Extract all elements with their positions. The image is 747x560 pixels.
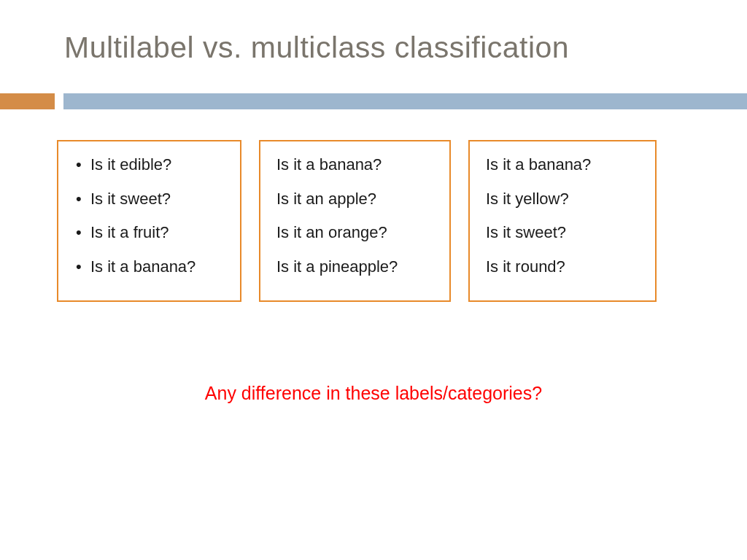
boxes-row: Is it edible? Is it sweet? Is it a fruit… xyxy=(57,140,657,302)
box-right-list: Is it a banana? Is it yellow? Is it swee… xyxy=(486,155,639,277)
box-middle-list: Is it a banana? Is it an apple? Is it an… xyxy=(276,155,433,277)
list-item: Is it an orange? xyxy=(276,222,433,244)
box-left-list: Is it edible? Is it sweet? Is it a fruit… xyxy=(74,155,224,277)
accent-band-blue xyxy=(63,93,747,109)
list-item: Is it edible? xyxy=(74,155,224,176)
box-left: Is it edible? Is it sweet? Is it a fruit… xyxy=(57,140,241,302)
list-item: Is it an apple? xyxy=(276,189,433,210)
slide-title: Multilabel vs. multiclass classification xyxy=(64,31,569,65)
question-text: Any difference in these labels/categorie… xyxy=(0,383,747,404)
list-item: Is it a banana? xyxy=(74,257,224,278)
list-item: Is it a pineapple? xyxy=(276,257,433,278)
list-item: Is it a banana? xyxy=(486,155,639,176)
list-item: Is it yellow? xyxy=(486,189,639,210)
box-middle: Is it a banana? Is it an apple? Is it an… xyxy=(259,140,451,302)
list-item: Is it sweet? xyxy=(74,189,224,210)
accent-band-gap xyxy=(55,93,63,109)
list-item: Is it round? xyxy=(486,257,639,278)
box-right: Is it a banana? Is it yellow? Is it swee… xyxy=(468,140,657,302)
list-item: Is it sweet? xyxy=(486,222,639,244)
list-item: Is it a fruit? xyxy=(74,222,224,244)
list-item: Is it a banana? xyxy=(276,155,433,176)
accent-band-orange xyxy=(0,93,55,109)
accent-band xyxy=(0,93,747,109)
